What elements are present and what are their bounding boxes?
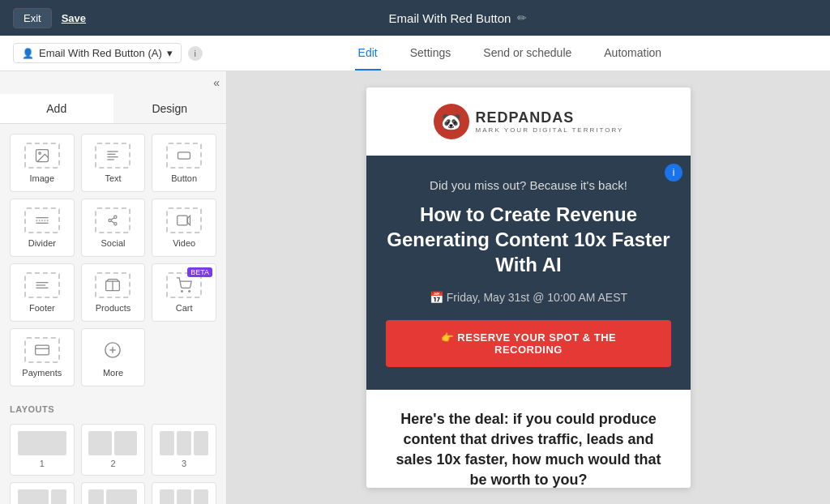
layout-col — [88, 489, 104, 504]
block-image[interactable]: Image — [10, 134, 75, 192]
top-bar: Exit Save Email With Red Button ✏ — [0, 0, 830, 36]
brand-name: REDPANDAS — [476, 109, 575, 126]
sidebar-tab-design[interactable]: Design — [113, 94, 227, 123]
svg-point-22 — [182, 291, 183, 293]
layout-col — [51, 489, 66, 504]
tab-automation[interactable]: Automation — [601, 36, 665, 70]
layout-narrow-wide[interactable] — [81, 482, 146, 504]
hero-subtitle: Did you miss out? Because it's back! — [386, 178, 671, 192]
block-more[interactable]: More — [81, 328, 146, 387]
tab-settings[interactable]: Settings — [407, 36, 455, 70]
block-footer[interactable]: Footer — [10, 263, 75, 322]
person-icon: 👤 — [22, 48, 34, 59]
edit-icon[interactable]: ✏ — [517, 11, 527, 24]
logo-container: 🐼 REDPANDAS MARK YOUR DIGITAL TERRITORY — [434, 104, 624, 139]
layout-col — [194, 489, 208, 504]
chevron-down-icon: ▾ — [167, 47, 173, 59]
block-button[interactable]: Button — [152, 134, 216, 192]
layout-2col[interactable]: 2 — [81, 424, 146, 476]
layout-2col-preview — [88, 431, 137, 455]
collapse-button[interactable]: « — [213, 76, 220, 89]
block-social-label: Social — [101, 238, 126, 248]
layout-narrow-wide-preview — [88, 489, 137, 504]
layout-col — [114, 431, 138, 455]
body-headline: Here's the deal: if you could produce co… — [386, 409, 671, 488]
page-title: Email With Red Button — [389, 11, 511, 25]
svg-rect-15 — [178, 216, 188, 225]
svg-line-14 — [112, 221, 114, 224]
layout-2col-label: 2 — [110, 459, 115, 468]
brand-logo-text: REDPANDAS MARK YOUR DIGITAL TERRITORY — [476, 109, 624, 134]
more-preview — [95, 337, 130, 363]
tab-send-schedule[interactable]: Send or schedule — [480, 36, 575, 70]
block-products[interactable]: Products — [81, 263, 146, 322]
svg-point-12 — [114, 223, 117, 225]
block-products-label: Products — [96, 303, 130, 313]
variant-label: Email With Red Button (A) — [39, 47, 162, 59]
block-button-label: Button — [171, 173, 197, 183]
divider-preview — [24, 207, 60, 233]
block-image-label: Image — [30, 173, 55, 183]
info-badge[interactable]: i — [665, 164, 682, 182]
sidebar-tab-add[interactable]: Add — [0, 94, 113, 123]
payments-preview — [24, 337, 60, 363]
layouts-grid: 1 2 3 — [0, 417, 226, 504]
layout-col — [88, 431, 112, 455]
footer-preview — [24, 272, 60, 298]
layout-col — [177, 489, 191, 504]
brand-logo-icon: 🐼 — [434, 104, 469, 139]
layout-1col[interactable]: 1 — [10, 424, 75, 476]
block-payments-label: Payments — [22, 368, 62, 378]
save-button[interactable]: Save — [62, 12, 86, 24]
beta-badge: BETA — [187, 267, 212, 277]
block-payments[interactable]: Payments — [10, 328, 75, 387]
social-preview — [95, 207, 130, 233]
layout-col — [18, 489, 49, 504]
block-cart-label: Cart — [176, 303, 193, 313]
email-preview: 🐼 REDPANDAS MARK YOUR DIGITAL TERRITORY … — [366, 88, 691, 488]
products-preview — [95, 272, 130, 298]
layout-equal-3[interactable] — [152, 482, 216, 504]
svg-rect-24 — [35, 345, 49, 355]
svg-point-1 — [39, 152, 41, 155]
layout-col — [18, 431, 66, 455]
sidebar: « Add Design Image Text — [0, 71, 227, 504]
video-preview — [166, 207, 202, 233]
tab-edit[interactable]: Edit — [355, 36, 381, 70]
hero-date: 📅 Friday, May 31st @ 10:00 AM AEST — [386, 291, 671, 304]
block-divider-label: Divider — [28, 238, 56, 248]
variant-selector[interactable]: 👤 Email With Red Button (A) ▾ — [13, 43, 182, 63]
hero-cta-button[interactable]: 👉 RESERVE YOUR SPOT & THE RECORDING — [386, 320, 671, 367]
svg-line-13 — [112, 218, 114, 220]
block-video-label: Video — [173, 238, 195, 248]
layout-col — [106, 489, 137, 504]
hero-title: How to Create Revenue Generating Content… — [386, 202, 671, 278]
layout-wide-narrow[interactable] — [10, 482, 75, 504]
second-bar: 👤 Email With Red Button (A) ▾ i Edit Set… — [0, 36, 830, 71]
block-more-label: More — [103, 368, 123, 378]
svg-point-11 — [114, 216, 117, 218]
layout-3col[interactable]: 3 — [152, 424, 216, 476]
svg-rect-6 — [178, 152, 190, 159]
block-text-label: Text — [105, 173, 121, 183]
top-bar-center: Email With Red Button ✏ — [99, 11, 817, 25]
block-cart[interactable]: BETA Cart — [152, 263, 216, 322]
email-body: Here's the deal: if you could produce co… — [366, 390, 691, 488]
layout-1col-label: 1 — [40, 459, 45, 468]
brand-tagline: MARK YOUR DIGITAL TERRITORY — [476, 126, 624, 134]
block-social[interactable]: Social — [81, 199, 146, 257]
blocks-grid: Image Text Button Divider — [0, 124, 226, 396]
block-video[interactable]: Video — [152, 199, 216, 257]
button-preview — [166, 143, 202, 169]
image-preview — [24, 143, 60, 169]
block-text[interactable]: Text — [81, 134, 146, 192]
layout-col — [160, 431, 174, 455]
layout-3col-label: 3 — [182, 459, 186, 468]
block-divider[interactable]: Divider — [10, 199, 75, 257]
layout-1col-preview — [18, 431, 66, 455]
svg-point-10 — [109, 219, 111, 221]
exit-button[interactable]: Exit — [13, 8, 52, 28]
layout-3col-preview — [160, 431, 208, 455]
email-logo-section: 🐼 REDPANDAS MARK YOUR DIGITAL TERRITORY — [366, 88, 691, 156]
info-icon[interactable]: i — [188, 46, 203, 61]
